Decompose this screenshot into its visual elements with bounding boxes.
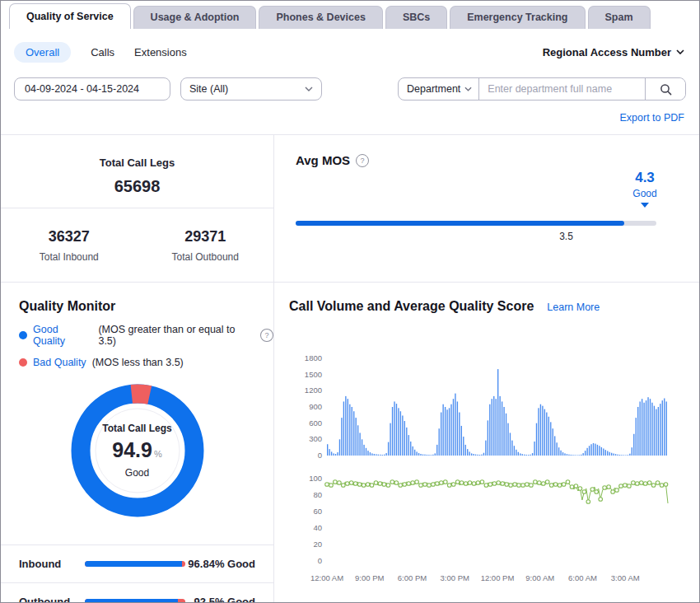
svg-text:600: 600 [309, 418, 322, 428]
total-call-legs-label: Total Call Legs [1, 157, 273, 169]
left-column: Total Call Legs 65698 36327 Total Inboun… [1, 135, 274, 603]
svg-text:900: 900 [309, 402, 322, 411]
department-search-input[interactable] [479, 83, 645, 95]
legend-good-quality: Good Quality (MOS greater than or equal … [1, 324, 273, 347]
export-row: Export to PDF [1, 101, 699, 134]
main-content: Total Call Legs 65698 36327 Total Inboun… [1, 134, 699, 601]
donut-center: Total Call Legs 94.9% Good [67, 380, 208, 521]
outbound-quality-fill [85, 599, 178, 603]
regional-access-number-dropdown[interactable]: Regional Access Number [543, 46, 684, 58]
svg-text:0: 0 [318, 451, 322, 460]
total-outbound-label: Total Outbound [138, 251, 274, 263]
department-search-group: Department [398, 77, 686, 100]
quality-donut-chart: Total Call Legs 94.9% Good [67, 380, 208, 521]
svg-text:20: 20 [313, 540, 322, 549]
svg-text:1200: 1200 [305, 386, 322, 395]
help-icon[interactable]: ? [356, 154, 369, 167]
bad-quality-desc: (MOS less than 3.5) [92, 357, 184, 368]
site-select-value: Site (All) [189, 83, 228, 95]
good-quality-dot [19, 331, 27, 339]
total-call-legs-value: 65698 [1, 177, 273, 196]
avg-mos-value: 4.3 [623, 170, 666, 186]
avg-mos-section: Avg MOS ? 4.3 Good 3.5 [274, 135, 699, 282]
svg-text:1800: 1800 [305, 353, 322, 362]
total-inbound-value: 36327 [1, 228, 138, 245]
learn-more-link[interactable]: Learn More [547, 302, 600, 313]
quality-monitor-section: Quality Monitor Good Quality (MOS greate… [1, 282, 273, 603]
outbound-quality-bar [85, 599, 185, 603]
call-volume-title: Call Volume and Average Quality Score [289, 299, 534, 314]
bad-quality-dot [19, 358, 27, 367]
date-range-control [14, 77, 170, 100]
total-outbound-card: 29371 Total Outbound [138, 208, 274, 282]
svg-text:100: 100 [309, 474, 322, 483]
chevron-down-icon [464, 86, 472, 91]
svg-text:300: 300 [309, 434, 322, 443]
svg-text:12:00 PM: 12:00 PM [481, 573, 515, 582]
help-icon[interactable]: ? [260, 329, 273, 342]
total-inbound-label: Total Inbound [1, 251, 138, 263]
quality-monitor-title: Quality Monitor [1, 299, 273, 314]
svg-text:6:00 AM: 6:00 AM [568, 573, 597, 582]
chevron-down-icon [676, 49, 684, 54]
top-tab-bar: Quality of Service Usage & Adoption Phon… [1, 1, 699, 29]
qos-dashboard: Quality of Service Usage & Adoption Phon… [0, 0, 700, 603]
svg-text:40: 40 [313, 523, 322, 532]
svg-text:3:00 AM: 3:00 AM [611, 573, 640, 582]
call-volume-bar-chart: 0300600900120015001800 [289, 352, 678, 467]
avg-mos-title: Avg MOS [296, 153, 350, 167]
tab-quality-of-service[interactable]: Quality of Service [9, 3, 131, 29]
outbound-quality-value: 92.5% Good [194, 596, 255, 603]
bad-quality-label: Bad Quality [33, 357, 86, 368]
subtab-overall[interactable]: Overall [14, 42, 71, 63]
mos-marker-icon [641, 203, 649, 208]
donut-center-title: Total Call Legs [102, 423, 171, 434]
subnav: Overall Calls Extensions Regional Access… [1, 29, 699, 63]
tab-usage-adoption[interactable]: Usage & Adoption [133, 6, 257, 29]
tab-spam[interactable]: Spam [588, 6, 651, 29]
avg-mos-bar-fill [296, 221, 624, 226]
export-to-pdf-link[interactable]: Export to PDF [620, 112, 685, 124]
inbound-outbound-stats: 36327 Total Inbound 29371 Total Outbound [1, 208, 273, 282]
inbound-quality-fill [85, 561, 182, 567]
tab-emergency-tracking[interactable]: Emergency Tracking [450, 6, 585, 29]
site-select[interactable]: Site (All) [180, 77, 322, 100]
svg-text:60: 60 [313, 507, 322, 516]
right-column: Avg MOS ? 4.3 Good 3.5 Call Volume and A… [274, 135, 699, 603]
donut-percent: 94.9 [112, 438, 152, 461]
svg-text:0: 0 [318, 556, 322, 565]
svg-text:3:00 PM: 3:00 PM [441, 573, 469, 582]
avg-mos-rating: Good [623, 188, 666, 199]
inbound-quality-value: 96.84% Good [188, 558, 255, 570]
subtab-calls[interactable]: Calls [91, 46, 114, 58]
regional-access-number-label: Regional Access Number [543, 46, 671, 58]
svg-text:9:00 AM: 9:00 AM [525, 573, 554, 582]
department-dropdown[interactable]: Department [399, 78, 479, 100]
department-dropdown-label: Department [407, 83, 460, 95]
total-outbound-value: 29371 [138, 228, 274, 245]
svg-text:12:00 AM: 12:00 AM [310, 573, 343, 582]
svg-text:9:00 PM: 9:00 PM [355, 573, 384, 582]
filter-bar: Site (All) Department [14, 77, 686, 101]
outbound-quality-row: Outbound 92.5% Good [1, 582, 273, 603]
subtab-extensions[interactable]: Extensions [134, 46, 187, 58]
donut-center-value: 94.9% [112, 438, 161, 462]
tab-sbcs[interactable]: SBCs [385, 6, 447, 29]
svg-text:6:00 PM: 6:00 PM [398, 573, 427, 582]
svg-text:1500: 1500 [305, 370, 322, 379]
inbound-quality-row: Inbound 96.84% Good [1, 545, 273, 582]
svg-text:80: 80 [313, 490, 322, 499]
quality-score-line-chart: 02040608010012:00 AM9:00 PM6:00 PM3:00 P… [289, 474, 678, 589]
avg-mos-bar: 3.5 [296, 221, 656, 226]
legend-bad-quality: Bad Quality (MOS less than 3.5) [1, 357, 273, 368]
donut-rating: Good [125, 467, 149, 479]
mos-threshold-label: 3.5 [559, 231, 573, 242]
search-button[interactable] [645, 78, 685, 100]
inbound-quality-bar [85, 561, 185, 567]
chart-area: 0300600900120015001800 02040608010012:00… [289, 352, 684, 589]
chevron-down-icon [305, 86, 313, 91]
outbound-label: Outbound [19, 596, 85, 603]
date-range-input[interactable] [16, 83, 168, 95]
tab-phones-devices[interactable]: Phones & Devices [259, 6, 382, 29]
donut-percent-unit: % [154, 449, 162, 459]
